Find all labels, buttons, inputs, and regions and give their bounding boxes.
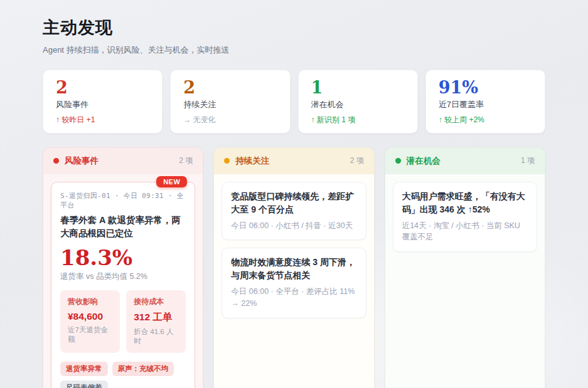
risk-card-return-anomaly[interactable]: NEW S-退货归因-01 · 今日 09:31 · 全平台 春季外套 A 款退… [51, 182, 195, 388]
impact-support-cost: 接待成本 312 工单 折合 41.6 人时 [126, 290, 186, 353]
watch-card-competitor-lead[interactable]: 竞品版型口碑持续领先，差距扩大至 9 个百分点 今日 06:00 · 小红书 /… [222, 182, 366, 241]
stat-delta: ↑ 较昨日 +1 [56, 115, 149, 125]
card-meta-source: S-退货归因-01 · 今日 09:31 · 全平台 [60, 191, 186, 210]
risk-column-header: 风险事件 2 项 [43, 148, 203, 174]
opportunity-column: 潜在机会 1 项 大码用户需求旺盛，「有没有大码」出现 346 次 ↑52% 近… [385, 147, 545, 388]
watch-column-header: 持续关注 2 项 [214, 148, 373, 174]
watch-column: 持续关注 2 项 竞品版型口碑持续领先，差距扩大至 9 个百分点 今日 06:0… [213, 147, 374, 388]
tag-size-chart-deviation: 尺码表偏差 [60, 380, 108, 388]
stat-value: 1 [311, 78, 405, 97]
risk-column: 风险事件 2 项 NEW S-退货归因-01 · 今日 09:31 · 全平台 … [43, 147, 203, 388]
opportunity-column-header: 潜在机会 1 项 [385, 148, 545, 174]
page-header: 主动发现 Agent 持续扫描，识别风险、关注与机会，实时推送 [43, 16, 545, 56]
impact-metrics: 营收影响 ¥84,600 近7天退货金额 接待成本 312 工单 折合 41.6… [60, 290, 186, 353]
card-meta: 今日 06:00 · 全平台 · 差评占比 11% → 22% [231, 286, 356, 310]
card-title: 大码用户需求旺盛，「有没有大码」出现 346 次 ↑52% [402, 190, 528, 216]
card-title: 春季外套 A 款退货率异常，两大商品根因已定位 [60, 214, 186, 241]
impact-label: 营收影响 [68, 296, 112, 307]
risk-column-title: 风险事件 [65, 155, 99, 167]
risk-column-count: 2 项 [179, 155, 193, 166]
watch-card-logistics-satisfaction[interactable]: 物流时效满意度连续 3 周下滑，与周末备货节点相关 今日 06:00 · 全平台… [222, 248, 366, 318]
impact-value: ¥84,600 [68, 311, 112, 322]
impact-value: 312 工单 [134, 311, 178, 324]
stats-row: 2 风险事件 ↑ 较昨日 +1 2 持续关注 → 无变化 1 潜在机会 ↑ 新识… [43, 70, 545, 134]
green-dot-icon [395, 158, 401, 164]
tag-voice-uneven-filling: 原声：充绒不均 [112, 362, 174, 376]
card-meta: 今日 06:00 · 小红书 / 抖音 · 近30天 [231, 220, 356, 232]
active-discovery-page: 主动发现 Agent 持续扫描，识别风险、关注与机会，实时推送 2 风险事件 ↑… [0, 0, 588, 388]
kanban-board: 风险事件 2 项 NEW S-退货归因-01 · 今日 09:31 · 全平台 … [43, 147, 545, 388]
stat-label: 近7日覆盖率 [439, 99, 532, 110]
stat-delta: ↑ 较上周 +2% [439, 115, 532, 125]
new-badge: NEW [156, 176, 187, 187]
stat-card-risk-events[interactable]: 2 风险事件 ↑ 较昨日 +1 [43, 70, 163, 134]
impact-sub: 折合 41.6 人时 [134, 327, 178, 346]
stat-value: 2 [183, 78, 277, 97]
red-dot-icon [53, 158, 59, 164]
stat-card-watch-items[interactable]: 2 持续关注 → 无变化 [170, 70, 290, 134]
stat-value: 2 [56, 78, 149, 97]
orange-dot-icon [224, 158, 230, 164]
stat-value: 91% [439, 78, 532, 97]
page-title: 主动发现 [43, 16, 545, 39]
page-subtitle: Agent 持续扫描，识别风险、关注与机会，实时推送 [43, 45, 545, 56]
stat-card-opportunities[interactable]: 1 潜在机会 ↑ 新识别 1 项 [298, 70, 418, 134]
card-title: 竞品版型口碑持续领先，差距扩大至 9 个百分点 [231, 190, 356, 216]
stat-label: 潜在机会 [311, 99, 405, 110]
stat-label: 持续关注 [183, 99, 277, 110]
watch-column-title: 持续关注 [235, 155, 269, 167]
opportunity-card-plus-size-demand[interactable]: 大码用户需求旺盛，「有没有大码」出现 346 次 ↑52% 近14天 · 淘宝 … [393, 182, 537, 253]
tag-list: 退货率异常 原声：充绒不均 尺码表偏差 [60, 362, 186, 388]
opportunity-column-count: 1 项 [521, 155, 535, 166]
opportunity-column-title: 潜在机会 [407, 155, 441, 167]
stat-delta: → 无变化 [183, 115, 277, 125]
stat-card-coverage[interactable]: 91% 近7日覆盖率 ↑ 较上周 +2% [425, 70, 545, 134]
card-meta: 近14天 · 淘宝 / 小红书 · 当前 SKU 覆盖不足 [402, 220, 528, 244]
impact-revenue: 营收影响 ¥84,600 近7天退货金额 [60, 290, 120, 353]
tag-return-rate-anomaly: 退货率异常 [60, 362, 108, 376]
card-title: 物流时效满意度连续 3 周下滑，与周末备货节点相关 [231, 256, 356, 282]
risk-column-body: NEW S-退货归因-01 · 今日 09:31 · 全平台 春季外套 A 款退… [43, 174, 203, 388]
stat-label: 风险事件 [56, 99, 149, 110]
watch-column-body: 竞品版型口碑持续领先，差距扩大至 9 个百分点 今日 06:00 · 小红书 /… [214, 174, 373, 388]
impact-sub: 近7天退货金额 [68, 325, 112, 344]
return-rate-value: 18.3% [60, 247, 186, 270]
impact-label: 接待成本 [134, 296, 178, 307]
opportunity-column-body: 大码用户需求旺盛，「有没有大码」出现 346 次 ↑52% 近14天 · 淘宝 … [385, 174, 545, 388]
return-rate-caption: 退货率 vs 品类均值 5.2% [60, 271, 186, 282]
stat-delta: ↑ 新识别 1 项 [311, 115, 405, 125]
watch-column-count: 2 项 [350, 155, 364, 166]
